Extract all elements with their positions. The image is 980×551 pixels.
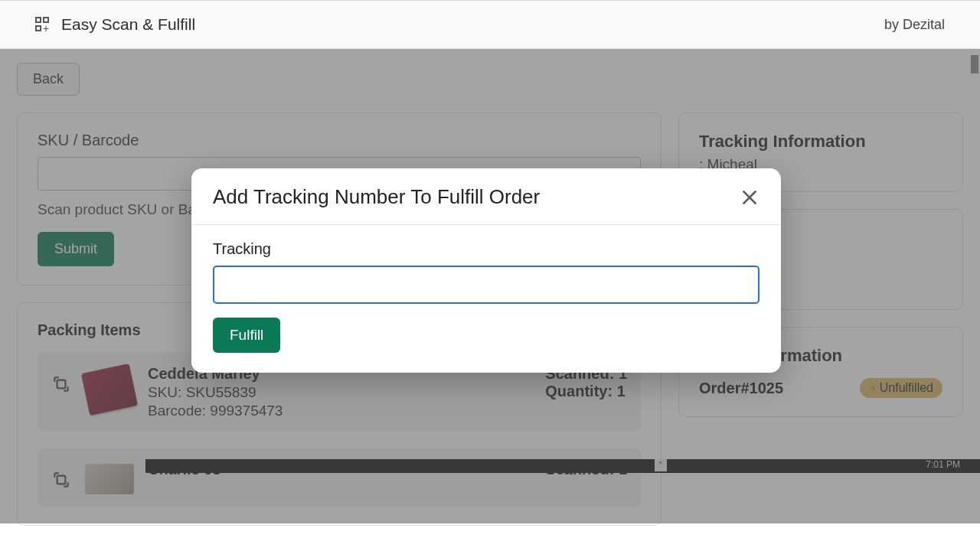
vendor-label: by Dezital xyxy=(884,17,945,33)
app-top-bar: + Easy Scan & Fulfill by Dezital xyxy=(0,0,980,49)
modal-title: Add Tracking Number To Fulfill Order xyxy=(213,185,540,209)
tracking-label: Tracking xyxy=(213,240,760,258)
app-title: Easy Scan & Fulfill xyxy=(61,15,195,34)
fulfill-button[interactable]: Fulfill xyxy=(213,318,280,353)
tracking-input[interactable] xyxy=(213,266,760,304)
topbar-left: + Easy Scan & Fulfill xyxy=(35,15,195,34)
close-icon[interactable] xyxy=(740,187,760,207)
tracking-modal: Add Tracking Number To Fulfill Order Tra… xyxy=(191,168,781,373)
app-grid-icon: + xyxy=(35,17,51,32)
